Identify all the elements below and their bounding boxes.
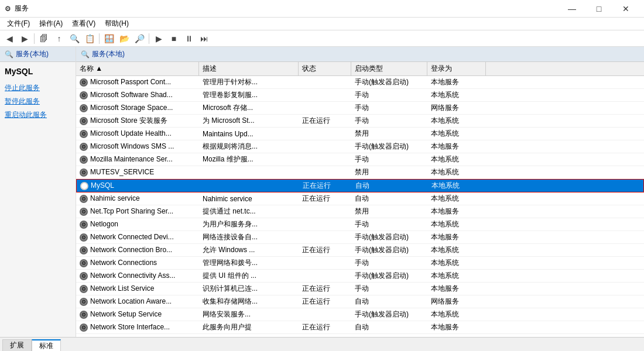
window-title: 服务	[15, 4, 29, 13]
col-header-login[interactable]: 登录为	[427, 62, 486, 75]
cell-desc: 收集和存储网络...	[199, 295, 299, 308]
table-row[interactable]: ⚙Network Setup Service网络安装服务...手动(触发器启动)…	[76, 308, 644, 321]
cell-startup: 手动(触发器启动)	[351, 140, 427, 153]
col-header-startup[interactable]: 启动类型	[351, 62, 427, 75]
left-panel-content: MySQL 停止此服务 暂停此服务 重启动此服务	[0, 62, 76, 128]
col-header-name[interactable]: 名称 ▲	[76, 62, 199, 75]
forward-button[interactable]: ▶	[18, 32, 32, 45]
export-list-button[interactable]: 📋	[83, 32, 97, 45]
cell-desc: 为用户和服务身...	[199, 218, 299, 230]
tab-standard[interactable]: 标准	[32, 339, 61, 351]
cell-status	[299, 314, 351, 316]
cell-name: ⚙Microsoft Storage Space...	[76, 102, 199, 113]
tab-expand[interactable]: 扩展	[2, 339, 32, 351]
cell-name: ⚙Microsoft Passport Cont...	[76, 77, 199, 88]
table-row[interactable]: ⚙Network Connected Devi...网络连接设备自...手动(触…	[76, 231, 644, 244]
up-button[interactable]: ↑	[52, 32, 66, 45]
right-panel-search-icon: 🔍	[81, 50, 90, 58]
title-bar-controls: — □ ✕	[559, 0, 639, 18]
cell-startup: 自动	[352, 180, 428, 192]
table-row[interactable]: ⚙Mozilla Maintenance Ser...Mozilla 维护服..…	[76, 153, 644, 166]
toolbar-sep-2	[99, 33, 100, 44]
show-hide-button[interactable]: 🔍	[67, 32, 81, 45]
menu-file[interactable]: 文件(F)	[2, 18, 35, 30]
cell-name: ⚙MySQL	[77, 180, 200, 191]
open-button[interactable]: 📂	[117, 32, 131, 45]
cell-startup: 手动(触发器启动)	[351, 308, 427, 321]
col-header-desc[interactable]: 描述	[199, 62, 299, 75]
cell-login: 本地系统	[427, 192, 486, 205]
menu-help[interactable]: 帮助(H)	[100, 18, 133, 30]
right-panel-header-text: 服务(本地)	[92, 49, 125, 59]
cell-name: ⚙MUTESV_SERVICE	[76, 167, 199, 178]
menu-action[interactable]: 操作(A)	[35, 18, 67, 30]
cell-login: 本地系统	[427, 244, 486, 256]
cell-status	[299, 223, 351, 226]
cell-startup: 手动	[351, 153, 427, 166]
stop-service-link[interactable]: 停止此服务	[5, 83, 71, 93]
cell-name: ⚙Network Store Interface...	[76, 322, 199, 333]
stop-button[interactable]: ■	[167, 32, 181, 45]
table-row[interactable]: ⚙Microsoft Store 安装服务为 Microsoft St...正在…	[76, 115, 644, 128]
cell-login: 本地服务	[427, 205, 486, 218]
table-row[interactable]: ⚙Microsoft Windows SMS ...根据规则将消息...手动(触…	[76, 140, 644, 153]
cell-status	[299, 159, 351, 161]
col-header-status[interactable]: 状态	[299, 62, 351, 75]
pause-button[interactable]: ⏸	[182, 32, 196, 45]
back-button[interactable]: ◀	[2, 32, 16, 45]
right-panel-header: 🔍 服务(本地)	[76, 47, 644, 62]
table-row[interactable]: ⚙Netlogon为用户和服务身...手动本地系统	[76, 218, 644, 231]
table-body: ⚙Microsoft Passport Cont...管理用于针对标...手动(…	[76, 76, 644, 334]
cell-desc: 网络安装服务...	[199, 308, 299, 321]
cell-desc: 管理卷影复制服...	[199, 89, 299, 101]
cell-startup: 手动	[351, 89, 427, 101]
table-row[interactable]: ⚙MySQL正在运行自动本地系统	[76, 179, 644, 192]
play-button[interactable]: ▶	[152, 32, 166, 45]
menu-view[interactable]: 查看(V)	[67, 18, 100, 30]
cell-desc: 提供 UI 组件的 ...	[199, 270, 299, 282]
toolbar-sep-3	[149, 33, 149, 44]
app-icon: ⚙	[5, 5, 11, 13]
table-row[interactable]: ⚙Microsoft Passport Cont...管理用于针对标...手动(…	[76, 76, 644, 89]
table-row[interactable]: ⚙Network Store Interface...此服务向用户提正在运行自动…	[76, 321, 644, 334]
restart-button[interactable]: ⏭	[197, 32, 211, 45]
table-row[interactable]: ⚙Network Connection Bro...允许 Windows ...…	[76, 244, 644, 257]
table-row[interactable]: ⚙Network Connections管理网络和拨号...手动本地系统	[76, 257, 644, 270]
minimize-button[interactable]: —	[559, 0, 585, 18]
cell-startup: 手动	[351, 102, 427, 114]
table-row[interactable]: ⚙Microsoft Update Health...Maintains Upd…	[76, 128, 644, 140]
table-row[interactable]: ⚙Net.Tcp Port Sharing Ser...提供通过 net.tc.…	[76, 205, 644, 218]
pause-service-link[interactable]: 暂停此服务	[5, 97, 71, 106]
table-row[interactable]: ⚙Network List Service识别计算机已连...正在运行手动本地服…	[76, 283, 644, 295]
cell-login: 网络服务	[427, 102, 486, 114]
new-window-button[interactable]: 🪟	[102, 32, 116, 45]
restart-service-link[interactable]: 重启动此服务	[5, 110, 71, 120]
table-header: 名称 ▲ 描述 状态 启动类型 登录为	[76, 62, 644, 76]
table-row[interactable]: ⚙Network Location Aware...收集和存储网络...正在运行…	[76, 295, 644, 308]
services-table[interactable]: 名称 ▲ 描述 状态 启动类型 登录为 ⚙Microsoft Passport …	[76, 62, 644, 337]
table-row[interactable]: ⚙MUTESV_SERVICE禁用本地系统	[76, 166, 644, 179]
maximize-button[interactable]: □	[585, 0, 612, 18]
cell-login: 本地系统	[427, 257, 486, 269]
cell-login: 本地系统	[427, 89, 486, 101]
cell-desc: 识别计算机已连...	[199, 283, 299, 295]
table-row[interactable]: ⚙Nahimic serviceNahimic service正在运行自动本地系…	[76, 192, 644, 205]
cell-desc: Mozilla 维护服...	[199, 153, 299, 166]
cell-desc: Maintains Upd...	[199, 129, 299, 139]
close-button[interactable]: ✕	[612, 0, 639, 18]
cell-startup: 手动	[351, 218, 427, 230]
filter-button[interactable]: 🔎	[132, 32, 146, 45]
cell-desc	[199, 171, 299, 174]
table-row[interactable]: ⚙Microsoft Software Shad...管理卷影复制服...手动本…	[76, 89, 644, 102]
cell-login: 本地系统	[427, 153, 486, 166]
table-row[interactable]: ⚙Microsoft Storage Space...Microsoft 存储.…	[76, 102, 644, 115]
show-scope-button[interactable]: 🗐	[37, 32, 51, 45]
cell-startup: 手动(触发器启动)	[351, 244, 427, 256]
title-bar: ⚙ 服务 — □ ✕	[0, 0, 644, 18]
cell-status: 正在运行	[299, 192, 351, 205]
cell-name: ⚙Mozilla Maintenance Ser...	[76, 154, 199, 165]
cell-desc: 管理用于针对标...	[199, 76, 299, 88]
cell-login: 本地服务	[427, 321, 486, 333]
table-row[interactable]: ⚙Network Connectivity Ass...提供 UI 组件的 ..…	[76, 270, 644, 283]
cell-status	[299, 262, 351, 264]
